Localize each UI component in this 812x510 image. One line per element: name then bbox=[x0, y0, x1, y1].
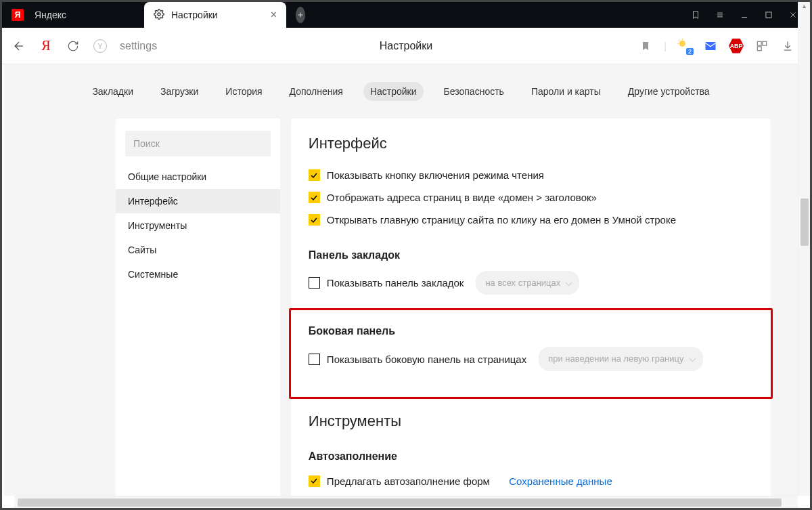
settings-sidebar: Поиск Общие настройки Интерфейс Инструме… bbox=[116, 119, 280, 496]
tab-settings[interactable]: Настройки × bbox=[144, 2, 286, 28]
weather-badge: 2 bbox=[686, 48, 694, 55]
sidebar-item-interface[interactable]: Интерфейс bbox=[116, 189, 280, 213]
select-sidepanel-mode[interactable]: при наведении на левую границу bbox=[539, 347, 702, 370]
sidebar-item-sites[interactable]: Сайты bbox=[116, 238, 280, 262]
vertical-scrollbar[interactable]: ▴ bbox=[798, 2, 810, 496]
window-controls bbox=[679, 2, 810, 28]
checkbox-show-bookmarks-bar[interactable] bbox=[309, 277, 320, 289]
abp-icon[interactable]: ABP bbox=[729, 39, 744, 54]
checkbox-autofill-forms[interactable] bbox=[309, 475, 320, 487]
select-bookmarks-scope[interactable]: на всех страницах bbox=[476, 271, 579, 295]
svg-rect-7 bbox=[766, 12, 771, 18]
link-saved-data[interactable]: Сохраненные данные bbox=[509, 472, 612, 490]
url-text[interactable]: settings bbox=[120, 40, 157, 52]
maximize-icon[interactable] bbox=[764, 10, 773, 20]
scroll-thumb[interactable] bbox=[18, 498, 782, 507]
sidebar-item-general[interactable]: Общие настройки bbox=[116, 165, 280, 189]
topnav-addons[interactable]: Дополнения bbox=[283, 82, 350, 101]
extensions-icon[interactable] bbox=[754, 39, 769, 54]
svg-rect-17 bbox=[763, 41, 767, 45]
svg-rect-15 bbox=[706, 42, 716, 50]
topnav-security[interactable]: Безопасность bbox=[437, 82, 511, 101]
subsection-autofill-heading: Автозаполнение bbox=[309, 450, 753, 463]
option-label: Предлагать автозаполнение форм bbox=[327, 472, 490, 490]
close-icon[interactable] bbox=[788, 10, 798, 20]
sidebar-item-system[interactable]: Системные bbox=[116, 262, 280, 286]
yandex-logo-icon: Я bbox=[12, 9, 24, 21]
settings-search-input[interactable]: Поиск bbox=[125, 131, 271, 156]
checkbox-smart-line[interactable] bbox=[309, 214, 320, 226]
tab-yandex[interactable]: Я Яндекс bbox=[2, 2, 144, 28]
gear-icon bbox=[154, 9, 164, 22]
back-button[interactable] bbox=[12, 39, 26, 54]
svg-point-0 bbox=[158, 13, 160, 16]
option-label: Отображать адреса страниц в виде «домен … bbox=[327, 188, 597, 207]
checkbox-domain-title[interactable] bbox=[309, 192, 320, 203]
option-label: Показывать панель закладок bbox=[327, 274, 464, 292]
topnav-bookmarks[interactable]: Закладки bbox=[85, 82, 140, 101]
svg-rect-18 bbox=[757, 46, 761, 50]
titlebar: Я Яндекс Настройки × bbox=[2, 2, 810, 28]
bookmark-icon[interactable] bbox=[638, 39, 653, 54]
subsection-sidepanel-heading: Боковая панель bbox=[309, 325, 753, 337]
topnav-other-devices[interactable]: Другие устройства bbox=[621, 82, 717, 101]
page-title: Настройки bbox=[380, 40, 432, 52]
checkbox-reader-button[interactable] bbox=[309, 169, 320, 181]
scroll-thumb[interactable] bbox=[800, 198, 809, 246]
topnav-downloads[interactable]: Загрузки bbox=[154, 82, 205, 101]
highlight-sidepanel-section: Боковая панель Показывать боковую панель… bbox=[289, 308, 773, 398]
section-interface-heading: Интерфейс bbox=[309, 135, 753, 152]
subsection-bookmarks-heading: Панель закладок bbox=[309, 249, 753, 261]
new-tab-button[interactable] bbox=[286, 2, 315, 28]
topnav-settings[interactable]: Настройки bbox=[363, 82, 424, 101]
option-label: Показывать боковую панель на страницах bbox=[327, 350, 526, 368]
mail-icon[interactable] bbox=[703, 39, 718, 54]
svg-rect-16 bbox=[757, 41, 761, 45]
topnav-passwords[interactable]: Пароли и карты bbox=[524, 82, 608, 101]
option-label: Открывать главную страницу сайта по клик… bbox=[327, 211, 676, 229]
option-label: Показывать кнопку включения режима чтени… bbox=[327, 166, 544, 184]
svg-point-11 bbox=[679, 40, 685, 46]
site-icon[interactable]: Y bbox=[93, 39, 108, 54]
minimize-icon[interactable] bbox=[740, 10, 749, 20]
topnav-history[interactable]: История bbox=[219, 82, 269, 101]
settings-main-panel: Интерфейс Показывать кнопку включения ре… bbox=[291, 119, 771, 496]
section-tools-heading: Инструменты bbox=[309, 412, 753, 430]
checkbox-show-sidepanel[interactable] bbox=[309, 354, 320, 365]
reload-button[interactable] bbox=[66, 39, 81, 54]
sidebar-item-tools[interactable]: Инструменты bbox=[116, 213, 280, 238]
bookmark-collection-icon[interactable] bbox=[691, 10, 700, 20]
tab-label: Настройки bbox=[171, 9, 218, 20]
scroll-up-arrow[interactable]: ▴ bbox=[798, 2, 810, 14]
tab-close-icon[interactable]: × bbox=[271, 9, 277, 21]
address-bar: Я Y settings Настройки | 2 ABP bbox=[2, 28, 810, 64]
yandex-home-icon[interactable]: Я bbox=[39, 39, 53, 54]
settings-top-nav: Закладки Загрузки История Дополнения Нас… bbox=[4, 64, 798, 119]
plus-icon bbox=[296, 7, 305, 23]
svg-line-14 bbox=[679, 39, 679, 40]
menu-icon[interactable] bbox=[715, 10, 725, 20]
horizontal-scrollbar[interactable] bbox=[14, 496, 798, 508]
tab-label: Яндекс bbox=[35, 9, 66, 20]
weather-icon[interactable]: 2 bbox=[677, 39, 692, 54]
downloads-icon[interactable] bbox=[780, 39, 795, 54]
search-placeholder: Поиск bbox=[133, 138, 160, 149]
